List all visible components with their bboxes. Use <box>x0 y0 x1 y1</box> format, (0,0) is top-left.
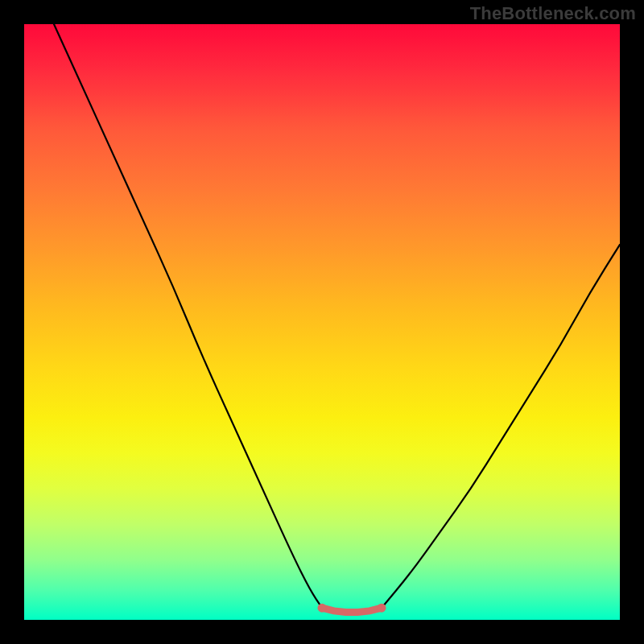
left-branch-path <box>54 24 322 608</box>
curve-layer <box>24 24 620 620</box>
right-branch-path <box>382 245 620 608</box>
watermark-text: TheBottleneck.com <box>470 3 636 24</box>
flat-minimum-path <box>322 608 382 612</box>
flat-right-endpoint-icon <box>378 604 386 613</box>
flat-left-endpoint-icon <box>318 604 327 613</box>
chart-frame: TheBottleneck.com <box>0 0 644 644</box>
